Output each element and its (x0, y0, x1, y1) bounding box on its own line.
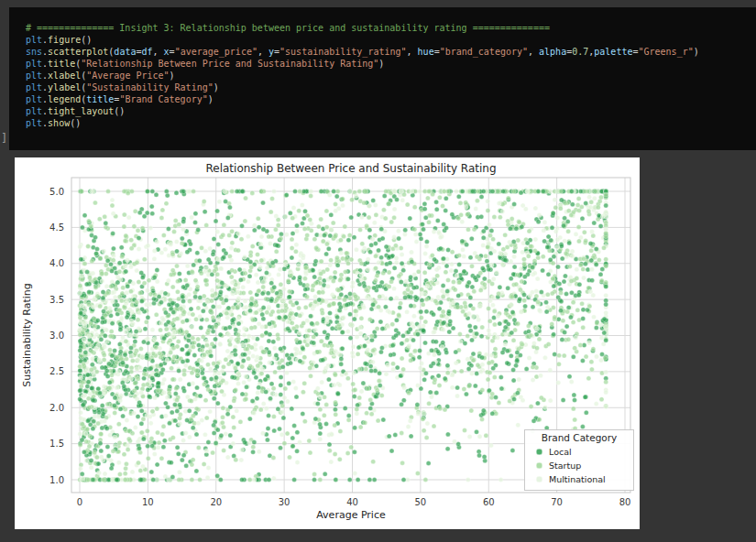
code-token: ) (208, 94, 214, 104)
code-lines: # ============== Insight 3: Relationship… (26, 22, 756, 129)
code-token: plt (26, 82, 42, 92)
code-token: ) (378, 59, 384, 69)
y-tick-label: 3.5 (49, 295, 64, 305)
code-token: "average_price" (175, 47, 257, 57)
legend-entry-label: Startup (549, 461, 581, 471)
code-line: plt.ylabel("Sustainability Rating") (26, 81, 756, 93)
x-tick-label: 50 (415, 497, 427, 507)
legend-marker-icon (536, 449, 542, 455)
y-tick-label: 3.0 (49, 331, 64, 341)
code-token: # ============== Insight 3: Relationship… (26, 23, 550, 33)
x-tick-label: 30 (279, 497, 290, 507)
code-token: , (153, 47, 164, 57)
code-token: () (70, 118, 81, 128)
y-tick-label: 2.0 (49, 403, 64, 413)
code-token: , (257, 47, 268, 57)
legend-entry: Startup (529, 459, 630, 472)
code-token: scatterplot (48, 47, 108, 57)
legend-marker-icon (536, 462, 542, 469)
legend-entries: LocalStartupMultinational (529, 445, 630, 486)
code-token: () (114, 106, 125, 116)
cell-gutter-bracket: ] (1, 132, 7, 145)
code-token: plt (26, 59, 42, 69)
code-token: () (81, 35, 92, 45)
code-line: sns.scatterplot(data=df, x="average_pric… (26, 46, 756, 58)
code-token: plt (26, 35, 42, 45)
code-token: plt (26, 94, 42, 104)
code-line: plt.title("Relationship Between Price an… (26, 58, 756, 70)
legend-entry: Local (529, 445, 630, 459)
figure-output: Relationship Between Price and Sustainab… (15, 157, 640, 529)
code-token: "Greens_r" (638, 47, 693, 57)
code-line: plt.show() (26, 117, 756, 129)
code-line: plt.legend(title="Brand Category") (26, 93, 756, 105)
y-tick-label: 5.0 (49, 187, 64, 197)
x-tick-label: 60 (483, 497, 495, 507)
code-token: "Brand Category" (119, 94, 207, 104)
legend-entry-label: Multinational (549, 474, 606, 484)
y-tick-label: 2.5 (49, 366, 64, 376)
code-token: ylabel (48, 82, 81, 92)
code-line: plt.tight_layout() (26, 105, 756, 117)
notebook-stage: ] # ============== Insight 3: Relationsh… (0, 0, 756, 542)
code-token: plt (26, 118, 42, 128)
code-token: title (48, 59, 75, 69)
code-token: legend (48, 94, 81, 104)
code-token: , (528, 47, 539, 57)
code-token: "brand_category" (440, 47, 528, 57)
code-token: ) (214, 82, 219, 92)
y-tick-label: 1.0 (49, 475, 64, 485)
code-token: plt (26, 70, 42, 81)
legend-entry: Multinational (529, 472, 630, 486)
code-token: "Relationship Between Price and Sustaina… (81, 59, 378, 69)
code-token: alpha (539, 47, 566, 57)
code-token: plt (26, 106, 42, 116)
code-token: show (48, 118, 70, 128)
code-token: tight_layout (48, 106, 114, 116)
x-tick-label: 80 (619, 497, 631, 507)
code-line: plt.figure() (26, 34, 756, 46)
code-token: title (86, 94, 114, 104)
code-token: ) (694, 47, 699, 57)
legend-marker-icon (536, 476, 542, 482)
code-token: figure (48, 35, 81, 45)
y-tick-label: 4.5 (49, 222, 64, 233)
code-token: data (114, 47, 136, 57)
x-tick-label: 40 (346, 497, 358, 507)
code-token: "sustainability_rating" (279, 47, 406, 57)
legend-title: Brand Category (529, 432, 630, 443)
x-tick-label: 10 (142, 497, 154, 507)
code-token: 0.7 (572, 47, 588, 57)
x-axis-label: Average Price (71, 509, 630, 521)
x-tick-label: 0 (77, 497, 82, 507)
code-token: df (141, 47, 152, 57)
y-tick-label: 1.5 (49, 439, 64, 449)
y-axis-label: Sustainability Rating (21, 179, 34, 491)
code-token: sns (26, 47, 42, 57)
y-tick-label: 4.0 (49, 258, 64, 268)
code-token: , (407, 47, 418, 57)
legend: Brand Category LocalStartupMultinational (524, 429, 634, 491)
code-token: xlabel (48, 70, 81, 81)
code-token: palette (594, 47, 632, 57)
code-token: "Sustainability Rating" (86, 82, 213, 92)
code-line: # ============== Insight 3: Relationship… (26, 22, 756, 34)
code-token: hue (418, 47, 434, 57)
code-token: ) (170, 70, 175, 81)
code-line: plt.xlabel("Average Price") (26, 70, 756, 81)
code-cell-editor[interactable]: # ============== Insight 3: Relationship… (9, 7, 756, 150)
x-tick-label: 70 (551, 497, 563, 507)
x-tick-label: 20 (210, 497, 222, 507)
legend-entry-label: Local (549, 447, 572, 457)
code-token: "Average Price" (86, 70, 169, 81)
